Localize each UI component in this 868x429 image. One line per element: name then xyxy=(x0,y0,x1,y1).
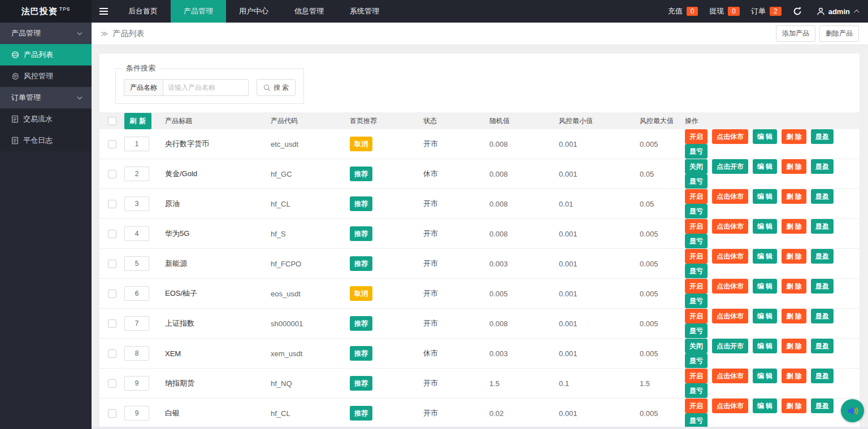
close-market-button[interactable]: 点击休市 xyxy=(712,309,748,323)
row-index-input[interactable]: 8 xyxy=(124,346,149,361)
row-checkbox[interactable] xyxy=(108,290,116,298)
show-profit-button[interactable]: 显盈 xyxy=(811,399,834,413)
show-loss-button[interactable]: 显亏 xyxy=(685,144,708,159)
horizontal-scrollbar[interactable] xyxy=(92,427,868,429)
edit-button[interactable]: 编 辑 xyxy=(753,399,777,413)
table-refresh-button[interactable]: 刷 新 xyxy=(124,113,151,129)
show-profit-button[interactable]: 显盈 xyxy=(811,279,834,294)
delete-button[interactable]: 删 除 xyxy=(782,189,806,204)
audio-notification-button[interactable] xyxy=(841,399,864,422)
show-profit-button[interactable]: 显盈 xyxy=(811,219,834,234)
row-index-input[interactable]: 7 xyxy=(124,316,149,331)
open-button[interactable]: 开启 xyxy=(685,309,708,323)
nav-product-management[interactable]: 产品管理 xyxy=(171,0,226,23)
show-profit-button[interactable]: 显盈 xyxy=(811,159,834,174)
row-checkbox[interactable] xyxy=(108,200,116,208)
row-checkbox[interactable] xyxy=(108,379,116,388)
row-checkbox[interactable] xyxy=(108,260,116,268)
recommend-badge[interactable]: 推荐 xyxy=(350,316,372,331)
sidebar-group-0[interactable]: 产品管理 xyxy=(0,23,92,44)
open-market-button[interactable]: 点击开市 xyxy=(712,159,748,174)
nav-system-management[interactable]: 系统管理 xyxy=(337,0,392,23)
sidebar-group-1[interactable]: 订单管理 xyxy=(0,87,92,108)
show-profit-button[interactable]: 显盈 xyxy=(811,249,834,264)
row-index-input[interactable]: 3 xyxy=(124,196,149,211)
sidebar-item-trade-flow[interactable]: 交易流水 xyxy=(0,108,92,130)
nav-dashboard[interactable]: 后台首页 xyxy=(115,0,171,23)
close-market-button[interactable]: 点击休市 xyxy=(712,369,748,383)
edit-button[interactable]: 编 辑 xyxy=(753,369,777,383)
open-button[interactable]: 开启 xyxy=(685,189,708,204)
edit-button[interactable]: 编 辑 xyxy=(753,249,777,264)
nav-user-center[interactable]: 用户中心 xyxy=(226,0,281,23)
delete-button[interactable]: 删 除 xyxy=(782,309,806,323)
edit-button[interactable]: 编 辑 xyxy=(753,309,777,323)
nav-info-management[interactable]: 信息管理 xyxy=(281,0,337,23)
recharge-stat[interactable]: 充值0 xyxy=(668,6,698,16)
recommend-badge[interactable]: 推荐 xyxy=(350,196,372,211)
row-index-input[interactable]: 6 xyxy=(124,286,149,301)
open-market-button[interactable]: 点击开市 xyxy=(712,339,748,353)
delete-button[interactable]: 删 除 xyxy=(782,249,806,264)
show-loss-button[interactable]: 显亏 xyxy=(685,174,708,189)
edit-button[interactable]: 编 辑 xyxy=(753,159,777,174)
edit-button[interactable]: 编 辑 xyxy=(753,279,777,294)
show-loss-button[interactable]: 显亏 xyxy=(685,383,708,398)
recommend-badge[interactable]: 取消 xyxy=(350,286,372,301)
sidebar-item-product-list[interactable]: 产品列表 xyxy=(0,44,92,65)
select-all-checkbox[interactable] xyxy=(108,117,116,125)
add-product-button[interactable]: 添加产品 xyxy=(776,25,815,42)
open-button[interactable]: 开启 xyxy=(685,279,708,294)
user-menu[interactable]: admin xyxy=(817,7,858,16)
show-profit-button[interactable]: 显盈 xyxy=(811,369,834,383)
orders-stat[interactable]: 订单2 xyxy=(751,6,782,16)
show-profit-button[interactable]: 显盈 xyxy=(811,129,834,144)
delete-button[interactable]: 删 除 xyxy=(782,369,806,383)
close-market-button[interactable]: 点击休市 xyxy=(712,219,748,234)
delete-button[interactable]: 删 除 xyxy=(782,339,806,353)
open-button[interactable]: 开启 xyxy=(685,219,708,234)
close-market-button[interactable]: 点击休市 xyxy=(712,129,748,144)
close-market-button[interactable]: 点击休市 xyxy=(712,279,748,294)
delete-product-button[interactable]: 删除产品 xyxy=(819,25,859,42)
row-index-input[interactable]: 4 xyxy=(124,226,149,241)
open-button[interactable]: 开启 xyxy=(685,369,708,383)
open-button[interactable]: 开启 xyxy=(685,249,708,264)
close-button[interactable]: 关闭 xyxy=(685,159,708,174)
recommend-badge[interactable]: 推荐 xyxy=(350,226,372,241)
show-profit-button[interactable]: 显盈 xyxy=(811,189,834,204)
close-button[interactable]: 关闭 xyxy=(685,339,708,353)
show-profit-button[interactable]: 显盈 xyxy=(811,309,834,323)
delete-button[interactable]: 删 除 xyxy=(782,399,806,413)
delete-button[interactable]: 删 除 xyxy=(782,219,806,234)
row-checkbox[interactable] xyxy=(108,409,116,418)
close-market-button[interactable]: 点击休市 xyxy=(712,399,748,413)
show-loss-button[interactable]: 显亏 xyxy=(685,323,708,338)
edit-button[interactable]: 编 辑 xyxy=(753,339,777,353)
row-checkbox[interactable] xyxy=(108,170,116,178)
delete-button[interactable]: 删 除 xyxy=(782,129,806,144)
delete-button[interactable]: 删 除 xyxy=(782,279,806,294)
row-checkbox[interactable] xyxy=(108,140,116,148)
edit-button[interactable]: 编 辑 xyxy=(753,129,777,144)
row-index-input[interactable]: 9 xyxy=(124,406,149,421)
row-checkbox[interactable] xyxy=(108,349,116,358)
close-market-button[interactable]: 点击休市 xyxy=(712,249,748,264)
sidebar-item-risk-management[interactable]: 风控管理 xyxy=(0,65,92,87)
row-index-input[interactable]: 2 xyxy=(124,167,149,181)
open-button[interactable]: 开启 xyxy=(685,399,708,413)
recommend-badge[interactable]: 取消 xyxy=(350,137,372,151)
edit-button[interactable]: 编 辑 xyxy=(753,189,777,204)
search-button[interactable]: 搜 索 xyxy=(257,79,296,96)
show-loss-button[interactable]: 显亏 xyxy=(685,353,708,368)
row-checkbox[interactable] xyxy=(108,230,116,238)
open-button[interactable]: 开启 xyxy=(685,129,708,144)
row-index-input[interactable]: 9 xyxy=(124,376,149,391)
edit-button[interactable]: 编 辑 xyxy=(753,219,777,234)
row-index-input[interactable]: 5 xyxy=(124,256,149,271)
withdraw-stat[interactable]: 提现0 xyxy=(709,6,740,16)
recommend-badge[interactable]: 推荐 xyxy=(350,406,372,421)
recommend-badge[interactable]: 推荐 xyxy=(350,346,372,361)
row-checkbox[interactable] xyxy=(108,319,116,328)
sidebar-item-close-position-log[interactable]: 平仓日志 xyxy=(0,130,92,151)
